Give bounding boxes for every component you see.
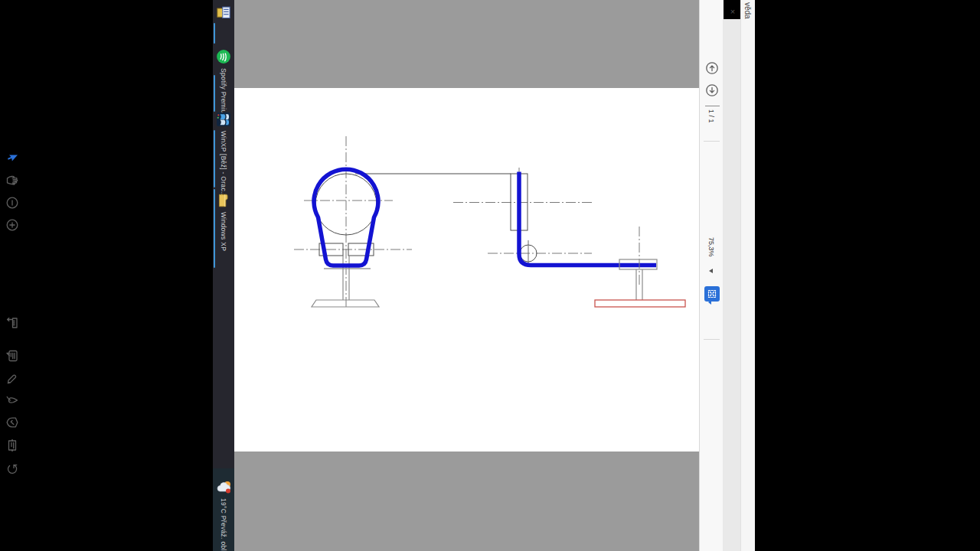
highlight-tool-button[interactable] xyxy=(5,371,20,386)
rotated-desktop-screenshot: Spotify Premium WinXP [Běž] - Orac... xyxy=(0,0,980,551)
close-icon: × xyxy=(730,7,735,16)
weather-icon xyxy=(216,479,231,494)
taskbar-weather-widget[interactable]: 19°C Převáž. obl xyxy=(213,479,234,551)
circle-arrow-up-icon xyxy=(705,61,719,75)
app-icon xyxy=(216,5,231,20)
cursor-arrow-icon xyxy=(5,152,19,165)
highlighted-base-plate xyxy=(595,300,685,307)
selection-tool-button[interactable] xyxy=(5,151,20,166)
hand-tool-button[interactable] xyxy=(5,173,20,188)
toolbar-divider xyxy=(704,339,720,340)
taskbar-item-winxp-vm[interactable]: WinXP [Běž] - Orac... xyxy=(213,112,234,197)
highlighter-pen-icon xyxy=(5,372,19,386)
zoom-in-icon xyxy=(5,218,19,232)
zoom-out-button[interactable] xyxy=(5,195,20,210)
stamp-shield-icon xyxy=(5,416,19,429)
taskbar-item-spotify[interactable]: Spotify Premium xyxy=(213,49,234,119)
guide-rail-view xyxy=(453,168,656,266)
windows-taskbar: Spotify Premium WinXP [Běž] - Orac... xyxy=(213,0,234,551)
spotify-icon xyxy=(216,49,231,64)
comment-bubble-icon xyxy=(5,349,19,363)
ruler-arrow-icon xyxy=(5,316,19,330)
page-current[interactable]: 1 xyxy=(707,109,715,113)
chevron-left-icon xyxy=(708,300,711,305)
zoom-in-button[interactable] xyxy=(5,217,20,233)
menu-bar-strip: věda xyxy=(740,0,755,551)
text-box-icon xyxy=(5,439,19,452)
page-number-indicator[interactable]: 1 / 1 xyxy=(705,109,717,126)
pdf-page[interactable] xyxy=(234,88,699,452)
weather-label: 19°C Převáž. obl xyxy=(220,498,227,551)
taskbar-item-label: Windows XP xyxy=(220,212,227,251)
page-separator: / xyxy=(707,116,715,118)
taskbar-item-windows-xp[interactable]: Windows XP xyxy=(213,193,234,251)
chevron-left-icon xyxy=(709,269,713,273)
circle-arrow-down-icon xyxy=(705,83,719,97)
fill-and-sign-button[interactable] xyxy=(5,393,20,408)
folder-icon xyxy=(216,193,231,208)
page-number-input-underline xyxy=(705,106,720,106)
page-total: 1 xyxy=(707,119,715,123)
pdf-canvas[interactable] xyxy=(234,0,699,551)
stamp-tool-button[interactable] xyxy=(5,415,20,430)
next-page-button[interactable] xyxy=(704,83,720,98)
fit-page-dropdown[interactable] xyxy=(708,300,711,305)
signature-nib-icon xyxy=(5,393,19,407)
taskbar-accent-strip xyxy=(214,23,215,44)
technical-drawing xyxy=(234,88,699,452)
undo-arrow-icon xyxy=(5,461,19,475)
pulley-view xyxy=(294,136,511,308)
fit-page-icon xyxy=(707,289,717,299)
taskbar-item-app[interactable] xyxy=(213,5,234,20)
comment-tool-button[interactable] xyxy=(5,348,20,364)
undo-button[interactable] xyxy=(5,461,20,476)
close-panel-button[interactable]: × xyxy=(727,6,738,17)
virtualbox-icon xyxy=(216,112,231,127)
zoom-dropdown-button[interactable] xyxy=(709,269,713,273)
zoom-out-icon xyxy=(5,196,19,210)
page-scroll-mode-button[interactable] xyxy=(5,315,20,331)
fit-page-button[interactable] xyxy=(704,286,720,302)
hand-icon xyxy=(5,174,19,187)
text-comment-button[interactable] xyxy=(5,438,20,453)
menu-item-help[interactable]: věda xyxy=(743,2,752,19)
previous-page-button[interactable] xyxy=(704,60,720,76)
tools-panel-strip xyxy=(723,19,740,551)
acrobat-toolbar xyxy=(699,0,724,551)
zoom-level-display[interactable]: 75,3% xyxy=(704,237,718,260)
toolbar-divider xyxy=(704,141,720,142)
taskbar-item-label: WinXP [Běž] - Orac... xyxy=(220,131,227,197)
